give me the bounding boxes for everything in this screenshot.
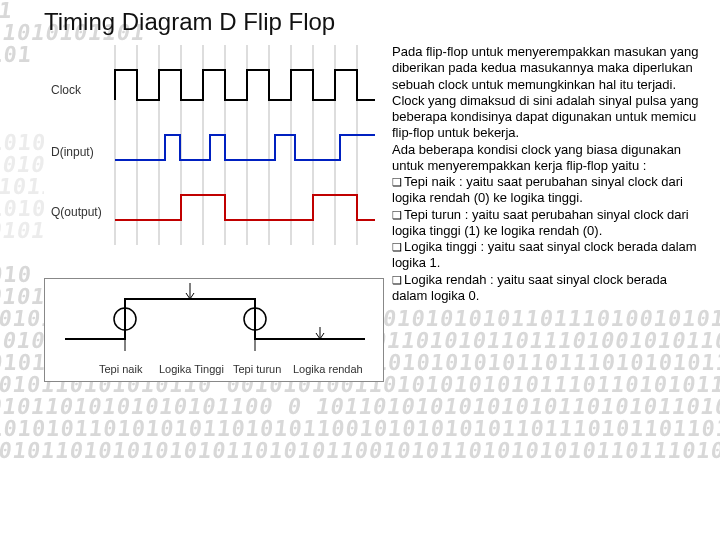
diagrams-column: Clock D(input) Q(output) — [44, 44, 384, 382]
edge-svg — [45, 279, 383, 359]
bullet-rise: Tepi naik : yaitu saat perubahan sinyal … — [392, 174, 704, 207]
signal-label-d: D(input) — [51, 145, 94, 159]
bullet-fall: Tepi turun : yaitu saat perubahan sinyal… — [392, 207, 704, 240]
edge-label-high: Logika Tinggi — [159, 363, 224, 375]
content-row: Clock D(input) Q(output) — [44, 44, 710, 382]
edge-label-fall: Tepi turun — [233, 363, 281, 375]
edge-label-low: Logika rendah — [293, 363, 363, 375]
explanation-text: Pada flip-flop untuk menyerempakkan masu… — [392, 44, 710, 382]
edge-label-rise: Tepi naik — [99, 363, 142, 375]
slide-content: Timing Diagram D Flip Flop Clock D(input… — [0, 0, 720, 540]
page-title: Timing Diagram D Flip Flop — [44, 8, 710, 36]
timing-diagram: Clock D(input) Q(output) — [44, 44, 384, 244]
signal-label-q: Q(output) — [51, 205, 102, 219]
edge-diagram: Tepi naik Logika Tinggi Tepi turun Logik… — [44, 278, 384, 382]
paragraph-3: Ada beberapa kondisi clock yang biasa di… — [392, 142, 681, 173]
signal-label-clock: Clock — [51, 83, 81, 97]
paragraph-1: Pada flip-flop untuk menyerempakkan masu… — [392, 44, 698, 92]
bullet-high: Logika tinggi : yaitu saat sinyal clock … — [392, 239, 704, 272]
paragraph-2: Clock yang dimaksud di sini adalah sinya… — [392, 93, 698, 141]
bullet-low: Logika rendah : yaitu saat sinyal clock … — [392, 272, 704, 305]
